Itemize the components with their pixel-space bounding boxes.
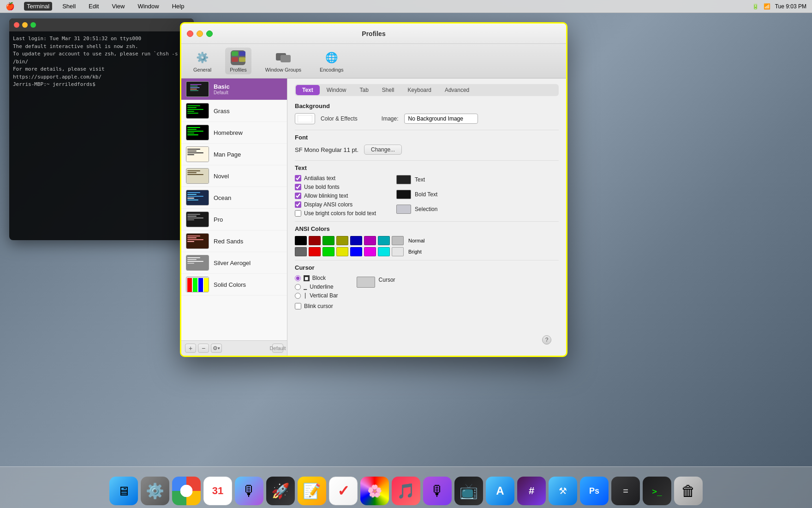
blink-text-checkbox[interactable]: [295, 193, 301, 199]
dock-settings[interactable]: ⚙️: [141, 477, 169, 505]
image-dropdown[interactable]: No Background Image: [404, 114, 478, 124]
cursor-vbar-row[interactable]: | Vertical Bar: [295, 292, 338, 299]
tab-tab[interactable]: Tab: [353, 85, 375, 95]
dock-finder[interactable]: 🖥: [109, 477, 138, 505]
ansi-b0[interactable]: [295, 247, 307, 256]
color-effects-btn[interactable]: [295, 113, 315, 124]
profile-item-grass[interactable]: Grass: [181, 100, 287, 122]
ansi-b5[interactable]: [364, 247, 376, 256]
help-btn[interactable]: ?: [542, 335, 551, 345]
tab-keyboard[interactable]: Keyboard: [401, 85, 438, 95]
tab-shell[interactable]: Shell: [376, 85, 401, 95]
dock-terminal[interactable]: >_: [643, 477, 671, 505]
profile-item-silveraerogel[interactable]: Silver Aerogel: [181, 252, 287, 274]
svg-rect-27: [187, 151, 197, 151]
toolbar-general[interactable]: ⚙️ General: [189, 48, 216, 74]
ansi-b3[interactable]: [336, 247, 348, 256]
profile-item-ocean[interactable]: Ocean: [181, 187, 287, 209]
blink-text-row[interactable]: Allow blinking text: [295, 193, 376, 199]
ansi-n6[interactable]: [378, 236, 390, 245]
bold-text-color-swatch[interactable]: [396, 190, 411, 199]
dock-notes[interactable]: 📝: [298, 477, 326, 505]
dock-chrome[interactable]: [172, 477, 201, 505]
ansi-n2[interactable]: [322, 236, 334, 245]
dock-slack[interactable]: #: [517, 477, 546, 505]
terminal-close-btn[interactable]: [14, 22, 19, 28]
dock-reminders[interactable]: ✓: [329, 477, 358, 505]
blink-cursor-row[interactable]: Blink cursor: [295, 303, 338, 309]
toolbar-encodings[interactable]: 🌐 Encodings: [315, 48, 348, 74]
ansi-n7[interactable]: [392, 236, 404, 245]
ansi-b6[interactable]: [378, 247, 390, 256]
menubar-view[interactable]: View: [109, 2, 127, 11]
profile-item-homebrew[interactable]: Homebrew: [181, 122, 287, 144]
menubar-terminal[interactable]: Terminal: [24, 2, 52, 11]
ansi-colors-row[interactable]: Display ANSI colors: [295, 201, 376, 208]
ansi-b2[interactable]: [322, 247, 334, 256]
ansi-colors-checkbox[interactable]: [295, 201, 301, 208]
dock-calculator[interactable]: =: [611, 477, 640, 505]
dock-podcasts[interactable]: 🎙: [423, 477, 452, 505]
set-default-btn[interactable]: Default: [272, 344, 283, 353]
text-color-swatch[interactable]: [396, 175, 411, 184]
dock-siri[interactable]: 🎙: [235, 477, 263, 505]
toolbar-profiles[interactable]: Profiles: [225, 48, 251, 74]
ansi-n3[interactable]: [336, 236, 348, 245]
dialog-minimize-btn[interactable]: [197, 30, 203, 37]
menubar-edit[interactable]: Edit: [86, 2, 102, 11]
cursor-underline-radio[interactable]: [295, 284, 301, 290]
change-font-btn[interactable]: Change...: [364, 145, 402, 155]
menubar-window[interactable]: Window: [135, 2, 161, 11]
ansi-n5[interactable]: [364, 236, 376, 245]
dock-tv[interactable]: 📺: [454, 477, 483, 505]
tab-text[interactable]: Text: [296, 85, 320, 95]
dock-trash[interactable]: 🗑: [674, 477, 703, 505]
bold-fonts-row[interactable]: Use bold fonts: [295, 184, 376, 190]
profile-item-basic[interactable]: Basic Default: [181, 79, 287, 100]
dock-xcode[interactable]: ⚒: [549, 477, 577, 505]
menubar-help[interactable]: Help: [169, 2, 187, 11]
svg-rect-23: [187, 133, 194, 133]
dialog-maximize-btn[interactable]: [206, 30, 213, 37]
dialog-close-btn[interactable]: [187, 30, 193, 37]
ansi-n4[interactable]: [350, 236, 362, 245]
dock-photos[interactable]: 🌸: [360, 477, 389, 505]
profile-item-pro[interactable]: Pro: [181, 209, 287, 230]
profile-item-novel[interactable]: Novel: [181, 165, 287, 187]
selection-color-swatch[interactable]: [396, 205, 411, 214]
ansi-b4[interactable]: [350, 247, 362, 256]
bright-bold-row[interactable]: Use bright colors for bold text: [295, 210, 376, 217]
bold-fonts-checkbox[interactable]: [295, 184, 301, 190]
dock-photoshop[interactable]: Ps: [580, 477, 609, 505]
ansi-n1[interactable]: [309, 236, 321, 245]
cursor-color-swatch[interactable]: [357, 277, 375, 288]
dock-music[interactable]: 🎵: [392, 477, 420, 505]
terminal-max-btn[interactable]: [30, 22, 36, 28]
add-profile-btn[interactable]: +: [185, 344, 196, 353]
cursor-vbar-radio[interactable]: [295, 293, 301, 299]
ansi-n0[interactable]: [295, 236, 307, 245]
profile-item-manpage[interactable]: Man Page: [181, 144, 287, 165]
menubar-shell[interactable]: Shell: [60, 2, 78, 11]
bright-bold-checkbox[interactable]: [295, 210, 301, 217]
dock-rocket[interactable]: 🚀: [266, 477, 295, 505]
remove-profile-btn[interactable]: −: [198, 344, 209, 353]
apple-menu[interactable]: 🍎: [6, 2, 15, 11]
ansi-b1[interactable]: [309, 247, 321, 256]
tab-advanced[interactable]: Advanced: [438, 85, 476, 95]
profile-item-solidcolors[interactable]: Solid Colors: [181, 274, 287, 296]
cursor-underline-row[interactable]: _ Underline: [295, 284, 338, 290]
antialias-checkbox[interactable]: [295, 175, 301, 181]
terminal-min-btn[interactable]: [22, 22, 28, 28]
dock-appstore[interactable]: A: [486, 477, 514, 505]
blink-cursor-checkbox[interactable]: [295, 303, 301, 309]
ansi-b7[interactable]: [392, 247, 404, 256]
cursor-block-radio[interactable]: [295, 275, 301, 281]
toolbar-window-groups[interactable]: Window Groups: [261, 48, 306, 74]
antialias-row[interactable]: Antialias text: [295, 175, 376, 181]
profile-item-redsands[interactable]: Red Sands: [181, 230, 287, 252]
cursor-block-row[interactable]: ■ Block: [295, 275, 338, 281]
gear-menu-btn[interactable]: ⚙ ▾: [211, 344, 222, 353]
dock-calendar[interactable]: 31: [203, 477, 232, 505]
tab-window[interactable]: Window: [320, 85, 353, 95]
